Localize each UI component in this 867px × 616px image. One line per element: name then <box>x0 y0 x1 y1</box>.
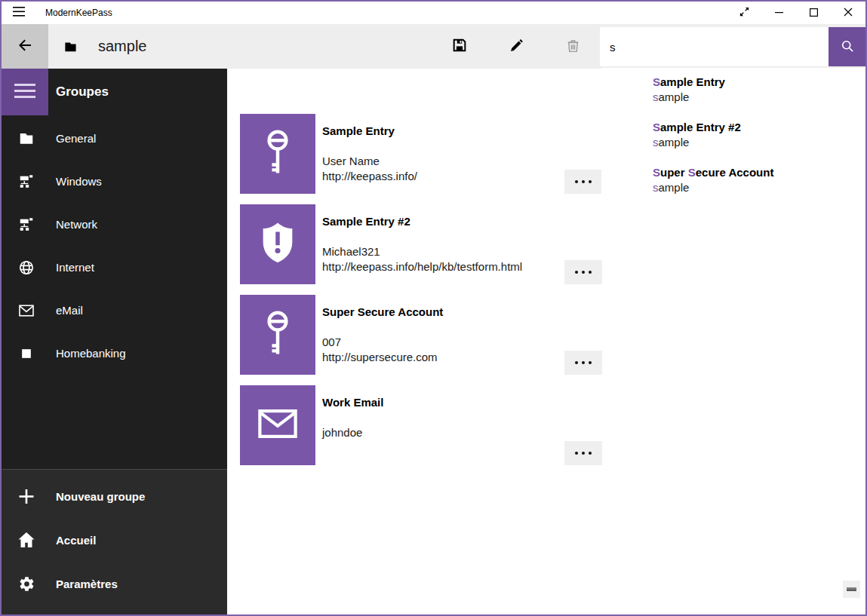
app-menu-button[interactable] <box>2 2 36 24</box>
sidebar-item-param-tres[interactable]: Paramètres <box>2 562 227 605</box>
entry-detail-line: johndoe <box>322 425 383 440</box>
network-icon <box>17 173 35 190</box>
entry-detail-line: 007 <box>322 335 443 350</box>
entry-details: User Namehttp://keepass.info/ <box>322 154 417 184</box>
sidebar-item-windows[interactable]: Windows <box>2 160 227 203</box>
database-folder-icon <box>63 41 78 53</box>
entry-title: Super Secure Account <box>322 305 443 320</box>
sidebar-item-label: Accueil <box>56 534 96 547</box>
search-result-title: Sample Entry #2 <box>653 120 865 135</box>
search-results-dropdown: Sample EntrysampleSample Entry #2sampleS… <box>601 68 865 211</box>
semantic-zoom-button[interactable] <box>843 581 860 598</box>
sidebar-item-nouveau-groupe[interactable]: Nouveau groupe <box>2 474 227 518</box>
ellipsis-icon <box>582 271 585 274</box>
search-box <box>600 27 865 66</box>
search-result-item[interactable]: Sample Entrysample <box>601 75 865 105</box>
ellipsis-icon <box>575 271 578 274</box>
maximize-button[interactable] <box>796 2 831 24</box>
search-result-title: Super Secure Account <box>653 165 865 180</box>
save-button[interactable] <box>441 29 478 65</box>
search-button[interactable] <box>829 27 865 66</box>
search-input[interactable] <box>600 27 829 66</box>
match-highlight: S <box>653 166 660 179</box>
sidebar-item-label: Windows <box>56 175 102 188</box>
ellipsis-icon <box>575 180 578 183</box>
close-icon <box>844 8 853 19</box>
minimize-button[interactable] <box>761 2 796 24</box>
gear-icon <box>17 575 35 593</box>
search-result-item[interactable]: Super Secure Accountsample <box>601 165 865 195</box>
nav-toggle-button[interactable] <box>2 69 48 115</box>
entry-detail-line: Michael321 <box>322 244 522 259</box>
search-result-item[interactable]: Sample Entry #2sample <box>601 120 865 150</box>
sidebar-header: Groupes <box>2 69 227 115</box>
sidebar-item-network[interactable]: Network <box>2 203 227 246</box>
window-controls <box>727 2 865 24</box>
match-highlight: S <box>688 166 696 179</box>
search-result-subtitle: sample <box>653 90 865 105</box>
sidebar-item-email[interactable]: eMail <box>2 289 227 332</box>
appbar-actions <box>441 29 591 65</box>
fullscreen-button[interactable] <box>727 2 761 24</box>
entry-row[interactable]: Sample Entry #2Michael321http://keepass.… <box>240 204 602 284</box>
sidebar-item-label: eMail <box>56 304 83 317</box>
match-highlight: s <box>653 181 659 194</box>
dash-icon <box>847 587 856 591</box>
key-icon <box>261 127 294 180</box>
ellipsis-icon <box>575 361 578 364</box>
sidebar-item-label: Internet <box>56 261 94 274</box>
fullscreen-icon <box>739 6 750 20</box>
key-icon <box>261 308 294 361</box>
search-result-subtitle: sample <box>653 180 865 195</box>
ellipsis-icon <box>575 452 578 455</box>
entry-detail-line: http://keepass.info/help/kb/testform.htm… <box>322 259 522 274</box>
sidebar-item-general[interactable]: General <box>2 117 227 160</box>
search-result-subtitle: sample <box>653 135 865 150</box>
window-title: ModernKeePass <box>45 8 112 18</box>
entry-row[interactable]: Sample EntryUser Namehttp://keepass.info… <box>240 114 602 194</box>
match-highlight: s <box>653 136 659 149</box>
folder-icon <box>17 131 35 146</box>
entry-title: Work Email <box>322 395 383 410</box>
entry-tile[interactable] <box>240 385 315 465</box>
ellipsis-icon <box>589 361 592 364</box>
maximize-icon <box>810 8 818 19</box>
home-icon <box>17 532 35 548</box>
more-options-button[interactable] <box>564 170 602 194</box>
search-result-title: Sample Entry <box>653 75 865 90</box>
mail-icon <box>257 408 298 443</box>
back-button[interactable] <box>2 24 48 69</box>
title-bar: ModernKeePass <box>2 2 865 24</box>
pencil-icon <box>509 38 524 56</box>
entry-title: Sample Entry <box>322 124 417 139</box>
app-bar: sample <box>2 24 865 69</box>
sidebar-item-accueil[interactable]: Accueil <box>2 518 227 562</box>
sidebar-item-label: Paramètres <box>56 578 118 590</box>
entry-tile[interactable] <box>240 204 315 284</box>
minimize-icon <box>775 8 783 19</box>
ellipsis-icon <box>582 180 585 183</box>
sidebar-item-label: Nouveau groupe <box>56 490 145 503</box>
more-options-button[interactable] <box>564 351 602 375</box>
entry-details: johndoe <box>322 425 383 440</box>
entry-row[interactable]: Work Emailjohndoe <box>240 385 602 465</box>
shield-icon <box>258 221 297 268</box>
delete-button[interactable] <box>555 29 591 65</box>
edit-button[interactable] <box>498 29 534 65</box>
more-options-button[interactable] <box>564 441 602 465</box>
match-highlight: S <box>653 75 660 88</box>
entry-tile[interactable] <box>240 295 315 375</box>
more-options-button[interactable] <box>564 260 602 284</box>
entry-detail-line: http://supersecure.com <box>322 350 443 365</box>
entry-detail-line: http://keepass.info/ <box>322 169 417 184</box>
entry-detail-line: User Name <box>322 154 417 169</box>
close-button[interactable] <box>831 2 865 24</box>
sidebar-item-internet[interactable]: Internet <box>2 246 227 289</box>
sidebar-item-homebanking[interactable]: Homebanking <box>2 332 227 375</box>
entry-tile[interactable] <box>240 114 315 194</box>
entry-row[interactable]: Super Secure Account007http://supersecur… <box>240 295 602 375</box>
sidebar-item-label: Homebanking <box>56 347 126 360</box>
square-icon <box>17 346 35 361</box>
entries-list: Sample EntryUser Namehttp://keepass.info… <box>240 114 602 476</box>
ellipsis-icon <box>589 452 592 455</box>
